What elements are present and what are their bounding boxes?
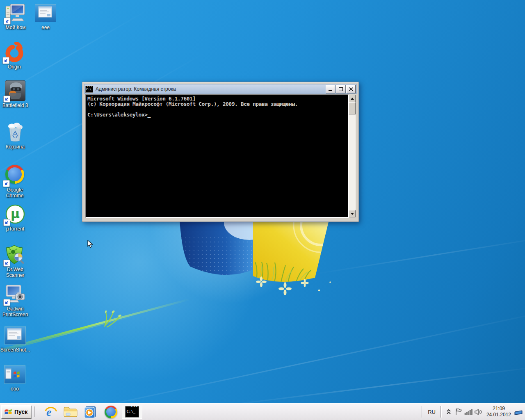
taskbar-windows-explorer[interactable]: [63, 405, 78, 419]
scrollbar-thumb[interactable]: [349, 102, 356, 114]
shortcut-arrow-icon: [3, 96, 10, 103]
cmd-window-titlebar[interactable]: ···C:\ Администратор: Командная строка: [84, 84, 357, 94]
console-output[interactable]: Microsoft Windows [Version 6.1.7601](c) …: [85, 94, 349, 218]
desktop-icon-label: ooo: [0, 386, 30, 392]
folder-icon: [63, 406, 78, 418]
shortcut-arrow-icon: [3, 260, 10, 267]
shortcut-arrow-icon: [3, 180, 10, 187]
recycle-bin-icon: [5, 122, 26, 143]
desktop-icon-label: ScreenShot...: [0, 347, 31, 353]
console-region: Microsoft Windows [Version 6.1.7601](c) …: [85, 94, 356, 218]
start-button[interactable]: Пуск: [1, 405, 31, 419]
tray-date: 24.01.2012: [486, 412, 511, 418]
console-prompt-line: C:\Users\alekseylox>_: [87, 112, 347, 117]
hidden-icons-chevron[interactable]: [444, 406, 454, 418]
desktop-icon-gadwin[interactable]: Gadwin PrintScreen: [0, 284, 31, 317]
screenshot-thumbnail-icon: [35, 2, 56, 24]
console-line: (c) Корпорация Майкрософт (Microsoft Cor…: [87, 101, 347, 107]
desktop-icon-my-computer[interactable]: Мой Ком: [0, 2, 31, 30]
media-player-icon: [83, 405, 97, 419]
show-desktop-button[interactable]: [514, 406, 523, 418]
taskbar-button-cmd[interactable]: ···C:\_: [122, 405, 142, 419]
desktop-icon-chrome[interactable]: Google Chrome: [0, 164, 30, 199]
language-indicator[interactable]: RU: [425, 409, 438, 415]
screenshot-thumbnail-icon: [5, 325, 26, 346]
utorrent-icon: µ: [5, 204, 26, 225]
desktop-icon-label: Gadwin PrintScreen: [0, 306, 31, 317]
taskbar-internet-explorer[interactable]: e: [43, 405, 58, 419]
desktop-icon-ooo[interactable]: ooo: [0, 364, 30, 392]
desktop-icon-label: eee: [30, 25, 61, 30]
svg-text:e: e: [46, 406, 51, 418]
windows-logo-icon: [4, 408, 12, 415]
shortcut-arrow-icon: [2, 57, 9, 64]
desktop-icon-drweb[interactable]: Dr.Web Scanner: [0, 244, 31, 278]
wallpaper-streak: [313, 235, 525, 275]
cmd-icon: ···C:\: [85, 86, 93, 93]
volume[interactable]: [473, 406, 483, 418]
desktop-icon-label: µTorrent: [0, 226, 31, 232]
cmd-icon: ···C:\_: [125, 406, 139, 418]
taskbar: Пуск e: [0, 403, 525, 420]
network-status[interactable]: [463, 406, 473, 418]
screenshot-thumbnail-icon: [4, 364, 25, 385]
tray-time: 21:09: [486, 406, 511, 412]
desktop-icon-label: Корзина: [0, 144, 31, 150]
scrollbar[interactable]: [349, 94, 356, 218]
shortcut-arrow-icon: [3, 219, 10, 226]
maximize-button[interactable]: [336, 85, 345, 93]
flag-icon: [454, 408, 463, 415]
battlefield3-icon: [5, 80, 26, 102]
desktop-icon-battlefield3[interactable]: Battlefield 3: [0, 80, 31, 108]
close-button[interactable]: [346, 85, 356, 93]
drweb-icon: [5, 244, 26, 266]
wallpaper-flowers: [246, 275, 336, 299]
scroll-up-button[interactable]: [349, 95, 356, 102]
desktop-icon-screenshot[interactable]: ScreenShot...: [0, 325, 31, 353]
chrome-icon: [4, 165, 25, 186]
desktop-icon-label: Google Chrome: [0, 187, 30, 199]
network-bars-icon: [464, 409, 472, 415]
screen: Мой Ком eee: [0, 0, 525, 420]
tray-separator: [422, 406, 423, 418]
quick-launch-separator: [34, 406, 36, 417]
origin-icon: [4, 42, 25, 63]
desktop-icon-utorrent[interactable]: µ µTorrent: [0, 204, 31, 232]
taskbar-chrome[interactable]: [103, 405, 118, 419]
chrome-icon: [105, 406, 117, 418]
scroll-down-button[interactable]: [349, 210, 356, 217]
desktop-icon-recycle-bin[interactable]: Корзина: [0, 122, 31, 150]
start-button-label: Пуск: [14, 409, 27, 415]
shortcut-arrow-icon: [3, 299, 10, 306]
cmd-window: ···C:\ Администратор: Командная строка M…: [82, 82, 359, 222]
desktop-icon-label: Battlefield 3: [0, 103, 31, 108]
mouse-cursor: [87, 240, 94, 248]
action-center[interactable]: [454, 406, 463, 418]
wallpaper-plant-sprig: [101, 305, 123, 328]
speaker-icon: [474, 409, 482, 415]
tray-clock[interactable]: 21:09 24.01.2012: [486, 406, 511, 418]
chevron-up-icon: [446, 409, 451, 415]
desktop-icon-label: Мой Ком: [0, 25, 31, 30]
tray-separator: [440, 406, 442, 418]
my-computer-icon: [5, 2, 26, 24]
desktop-icon-eee[interactable]: eee: [30, 2, 61, 30]
svg-text:µ: µ: [11, 207, 20, 221]
window-title: Администратор: Командная строка: [96, 86, 325, 92]
desktop-icon-label: Origin: [0, 64, 30, 70]
taskbar-media-player[interactable]: [83, 405, 98, 419]
text-cursor: _: [148, 112, 151, 118]
desktop-icon-origin[interactable]: Origin: [0, 42, 30, 70]
minimize-button[interactable]: [326, 85, 335, 93]
internet-explorer-icon: e: [44, 405, 58, 419]
desktop-icon-label: Dr.Web Scanner: [0, 267, 31, 278]
gadwin-printscreen-icon: [5, 284, 26, 305]
shortcut-arrow-icon: [4, 18, 11, 25]
scrollbar-track[interactable]: [349, 114, 356, 210]
show-desktop-icon: [514, 409, 523, 415]
wallpaper-streak: [215, 365, 525, 404]
desktop: Мой Ком eee: [0, 0, 525, 404]
